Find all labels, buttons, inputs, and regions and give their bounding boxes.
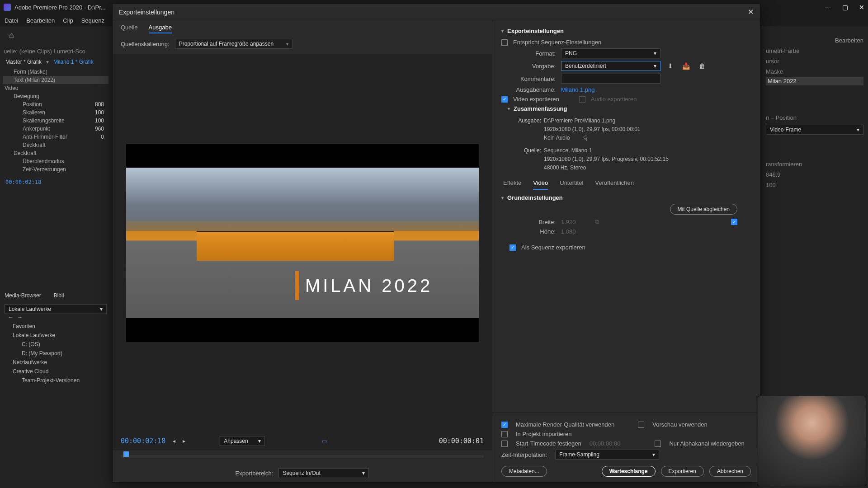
menu-edit[interactable]: Bearbeiten xyxy=(26,17,55,24)
forward-icon[interactable]: → xyxy=(17,314,23,320)
aspect-icon[interactable]: ▭ xyxy=(322,438,327,444)
preset-label: Vorgabe: xyxy=(501,63,556,70)
preset-select[interactable]: Benutzerdefiniert▾ xyxy=(561,61,660,71)
use-preview-label: Vorschau verwenden xyxy=(652,421,707,428)
max-quality-checkbox[interactable]: ✓ xyxy=(501,422,508,428)
time-interp-select[interactable]: Frame-Sampling▾ xyxy=(555,450,659,460)
fx-text-milan[interactable]: Text (Milan 2022) xyxy=(14,77,55,83)
output-name-label: Ausgabename: xyxy=(501,86,556,93)
delete-preset-icon[interactable]: 🗑 xyxy=(697,62,707,70)
back-icon[interactable]: ← xyxy=(8,314,14,320)
match-sequence-checkbox[interactable] xyxy=(501,39,508,46)
summary-header[interactable]: Zusammenfassung xyxy=(508,105,751,112)
start-tc-checkbox[interactable] xyxy=(501,441,508,447)
cancel-button[interactable]: Abbrechen xyxy=(709,466,751,477)
edit-tab[interactable]: Bearbeiten xyxy=(835,37,863,44)
fx-video-header: Video xyxy=(5,85,18,91)
export-range-select[interactable]: Sequenz In/Out▾ xyxy=(278,468,369,478)
fx-antiflicker[interactable]: Deckkraft xyxy=(23,142,46,148)
export-button[interactable]: Exportieren xyxy=(661,466,704,477)
export-settings-header[interactable]: Exporteinstellungen xyxy=(501,28,751,34)
use-preview-checkbox[interactable] xyxy=(638,422,644,428)
fx-scalew[interactable]: Skalierungsbreite xyxy=(23,117,65,124)
height-label: Höhe: xyxy=(501,228,556,235)
current-timecode[interactable]: 00:00:02:18 xyxy=(121,437,165,445)
favourites[interactable]: Favoriten xyxy=(13,323,35,329)
comments-label: Kommentare: xyxy=(501,75,556,82)
creative-cloud[interactable]: Creative Cloud xyxy=(13,368,48,375)
fx-opacity2[interactable]: Überblendmodus xyxy=(23,158,64,164)
match-source-button[interactable]: Mit Quelle abgleichen xyxy=(670,204,737,215)
fx-rotation[interactable]: Ankerpunkt xyxy=(23,126,50,132)
start-tc-label: Start-Timecode festlegen xyxy=(516,440,581,447)
fx-position[interactable]: Position xyxy=(23,101,42,108)
export-footer: ✓ Maximale Render-Qualität verwenden Vor… xyxy=(492,413,760,482)
fx-blendmode[interactable]: Zeit-Verzerrungen xyxy=(23,166,66,173)
play-fwd-icon[interactable]: ▸ xyxy=(183,438,185,444)
media-browser-tab[interactable]: Media-Browser xyxy=(5,292,41,299)
source-scaling-label: Quellenskalierung: xyxy=(121,41,170,47)
import-preset-icon[interactable]: 📥 xyxy=(680,62,692,70)
fx-opacity[interactable]: Deckkraft xyxy=(14,150,37,156)
export-settings-dialog: Exporteinstellungen ✕ Quelle Ausgabe Que… xyxy=(112,4,760,483)
queue-button[interactable]: Warteschlange xyxy=(602,466,656,477)
tab-effects[interactable]: Effekte xyxy=(503,179,521,190)
save-preset-icon[interactable]: ⬇ xyxy=(666,62,675,70)
as-sequence-checkbox[interactable]: ✓ xyxy=(509,244,516,251)
menu-clip[interactable]: Clip xyxy=(63,17,73,24)
width-value: 1.920 xyxy=(561,219,576,225)
fit-select[interactable]: Anpassen▾ xyxy=(220,436,265,446)
alpha-only-checkbox[interactable] xyxy=(655,441,661,447)
play-back-icon[interactable]: ◂ xyxy=(173,438,175,444)
tab-subtitles[interactable]: Untertitel xyxy=(560,179,583,190)
dialog-close-icon[interactable]: ✕ xyxy=(748,8,754,16)
tab-video[interactable]: Video xyxy=(533,179,548,190)
output-name-link[interactable]: Milano 1.png xyxy=(561,86,594,93)
tab-output[interactable]: Ausgabe xyxy=(149,24,172,33)
minimize-icon[interactable]: — xyxy=(825,4,831,11)
drive-d[interactable]: D: (My Passport) xyxy=(22,350,62,357)
drive-c[interactable]: C: (OS) xyxy=(22,341,40,347)
fx-motion[interactable]: Bewegung xyxy=(14,93,39,99)
media-browser-panel: Media-Browser Bibli Lokale Laufwerke▾ ← … xyxy=(0,289,111,387)
fx-anchor[interactable]: Anti-Flimmer-Filter xyxy=(23,134,67,140)
height-value: 1.080 xyxy=(561,228,576,235)
comments-input[interactable] xyxy=(561,74,660,84)
import-project-checkbox[interactable] xyxy=(501,431,508,437)
format-select[interactable]: PNG▾ xyxy=(561,48,660,58)
webcam-overlay xyxy=(758,396,866,486)
close-icon[interactable]: ✕ xyxy=(859,4,864,11)
menu-file[interactable]: Datei xyxy=(5,17,18,24)
dialog-title: Exporteinstellungen xyxy=(119,9,175,16)
panel-tabs-bg: uelle: (keine Clips) Lumetri-Sco xyxy=(4,48,85,55)
width-lock-checkbox[interactable]: ✓ xyxy=(731,219,737,225)
fx-scale[interactable]: Skalieren xyxy=(23,109,45,116)
team-projects[interactable]: Team-Projekt-Versionen xyxy=(22,377,80,384)
time-interp-label: Zeit-Interpolation: xyxy=(501,451,547,458)
master-label: Master * Grafik xyxy=(5,59,42,65)
match-sequence-label: Entspricht Sequenz-Einstellungen xyxy=(513,39,601,46)
maximize-icon[interactable]: ▢ xyxy=(842,4,848,11)
tab-source[interactable]: Quelle xyxy=(121,24,138,33)
layer-milan-2022[interactable]: Milan 2022 xyxy=(766,77,863,85)
network-drives[interactable]: Netzlaufwerke xyxy=(13,359,47,366)
export-video-checkbox[interactable]: ✓ xyxy=(501,96,508,103)
preview-text-overlay: MILAN 2022 xyxy=(295,271,433,300)
local-drives[interactable]: Lokale Laufwerke xyxy=(13,332,55,338)
preview-image: MILAN 2022 xyxy=(126,168,479,318)
timeline-slider[interactable] xyxy=(113,450,492,464)
basic-settings-header[interactable]: Grundeinstellungen xyxy=(501,194,751,201)
menu-sequence[interactable]: Sequenz xyxy=(81,17,104,24)
drives-select[interactable]: Lokale Laufwerke▾ xyxy=(5,304,107,314)
export-video-label: Video exportieren xyxy=(513,96,559,103)
source-scaling-select[interactable]: Proportional auf Framegröße anpassen▾ xyxy=(175,39,292,49)
home-icon[interactable]: ⌂ xyxy=(9,31,14,40)
frame-select[interactable]: Video-Frame▾ xyxy=(766,125,863,135)
metadata-button[interactable]: Metadaten... xyxy=(501,466,547,477)
export-audio-checkbox xyxy=(579,96,585,103)
sequence-link[interactable]: Milano 1 * Grafik xyxy=(53,59,94,65)
tab-publish[interactable]: Veröffentlichen xyxy=(595,179,634,190)
fx-form-mask[interactable]: Form (Maske) xyxy=(14,69,47,75)
playhead-icon[interactable] xyxy=(123,451,129,457)
library-tab[interactable]: Bibli xyxy=(54,292,64,299)
